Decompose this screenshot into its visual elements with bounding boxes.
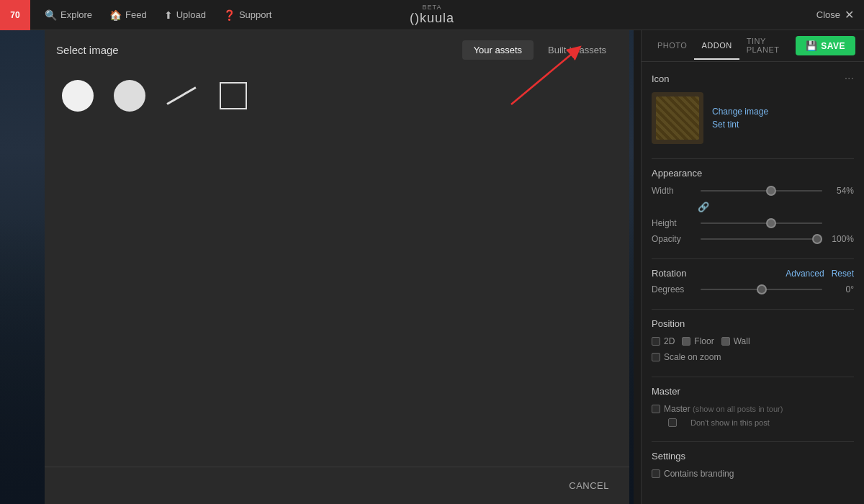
opacity-slider[interactable] bbox=[701, 238, 822, 240]
rotation-links: Advanced Reset bbox=[786, 269, 854, 279]
asset-circle-outline[interactable] bbox=[108, 74, 151, 117]
asset-diagonal-line[interactable] bbox=[160, 74, 203, 117]
cancel-button[interactable]: CANCEL bbox=[560, 476, 618, 495]
height-slider[interactable] bbox=[701, 222, 822, 224]
icon-section-header: Icon ··· bbox=[652, 72, 854, 85]
divider-1 bbox=[652, 158, 854, 159]
wall-checkbox[interactable] bbox=[721, 337, 730, 346]
square-outline-icon bbox=[220, 82, 247, 109]
position-options-row: 2D Floor Wall bbox=[652, 336, 854, 346]
master-checkbox[interactable] bbox=[652, 405, 660, 413]
panel-tabs: PHOTO ADDON TINY PLANET 💾 SAVE bbox=[642, 30, 864, 62]
master-section: Master Master (show on all posts in tour… bbox=[652, 386, 854, 427]
appearance-section-header: Appearance bbox=[652, 168, 854, 179]
divider-5 bbox=[652, 441, 854, 442]
panel-body: Icon ··· Change image Set tint Appearanc… bbox=[642, 62, 864, 503]
rotation-section: Rotation Advanced Reset Degrees 0° bbox=[652, 268, 854, 294]
upload-icon: ⬆ bbox=[164, 9, 173, 21]
nav-support[interactable]: ❓ Support bbox=[216, 6, 279, 24]
divider-4 bbox=[652, 377, 854, 377]
height-row: Height bbox=[652, 218, 854, 228]
2d-label: 2D bbox=[664, 336, 675, 346]
wall-label: Wall bbox=[734, 336, 750, 346]
select-image-modal: Select image Your assets Built-in assets bbox=[45, 30, 629, 504]
appearance-section: Appearance Width 54% 🔗 Height bbox=[652, 168, 854, 244]
degrees-label: Degrees bbox=[652, 284, 695, 294]
degrees-value: 0° bbox=[828, 284, 854, 294]
icon-thumbnail bbox=[652, 92, 703, 144]
dont-show-checkbox[interactable] bbox=[668, 418, 677, 427]
circle-filled-icon bbox=[62, 80, 94, 112]
close-button[interactable]: Close ✕ bbox=[806, 5, 864, 24]
assets-row bbox=[56, 71, 618, 120]
dont-show-row: Don't show in this post bbox=[652, 418, 854, 427]
tab-your-assets[interactable]: Your assets bbox=[462, 40, 534, 60]
settings-section: Settings Contains branding bbox=[652, 451, 854, 479]
width-label: Width bbox=[652, 186, 695, 196]
master-header: Master bbox=[652, 386, 854, 397]
position-header: Position bbox=[652, 318, 854, 329]
reset-link[interactable]: Reset bbox=[832, 269, 854, 279]
top-navigation: 70 🔍 Explore 🏠 Feed ⬆ Upload ❓ Support B… bbox=[0, 0, 864, 30]
master-label: Master (show on all posts in tour) bbox=[664, 404, 783, 414]
explore-icon: 🔍 bbox=[45, 9, 57, 21]
tab-photo[interactable]: PHOTO bbox=[650, 32, 694, 60]
floor-checkbox[interactable] bbox=[682, 337, 690, 346]
asset-circle-filled[interactable] bbox=[56, 74, 99, 117]
appearance-title: Appearance bbox=[652, 168, 702, 179]
master-title: Master bbox=[652, 386, 680, 397]
opacity-thumb bbox=[812, 234, 822, 244]
opacity-row: Opacity 100% bbox=[652, 234, 854, 244]
save-icon: 💾 bbox=[806, 40, 818, 51]
divider-3 bbox=[652, 309, 854, 310]
save-button[interactable]: 💾 SAVE bbox=[796, 36, 855, 55]
floor-label: Floor bbox=[694, 336, 714, 346]
opacity-value: 100% bbox=[828, 234, 854, 244]
icon-thumbnail-inner bbox=[656, 96, 699, 140]
modal-empty-area bbox=[56, 120, 618, 455]
branding-checkbox[interactable] bbox=[652, 469, 660, 478]
wall-option[interactable]: Wall bbox=[721, 336, 750, 346]
master-row: Master (show on all posts in tour) bbox=[652, 404, 854, 414]
set-tint-link[interactable]: Set tint bbox=[712, 120, 768, 130]
feed-icon: 🏠 bbox=[109, 9, 122, 21]
nav-explore[interactable]: 🔍 Explore bbox=[37, 6, 99, 24]
icon-actions: Change image Set tint bbox=[712, 107, 768, 130]
rotation-slider[interactable] bbox=[701, 289, 822, 290]
diagonal-line-icon bbox=[166, 80, 197, 112]
right-panel: PHOTO ADDON TINY PLANET 💾 SAVE Icon ··· … bbox=[641, 30, 864, 504]
icon-section: Icon ··· Change image Set tint bbox=[652, 72, 854, 144]
nav-items: 🔍 Explore 🏠 Feed ⬆ Upload ❓ Support bbox=[30, 6, 286, 24]
degrees-row: Degrees 0° bbox=[652, 284, 854, 294]
nav-feed[interactable]: 🏠 Feed bbox=[102, 6, 154, 24]
2d-checkbox[interactable] bbox=[652, 337, 660, 346]
width-slider[interactable] bbox=[701, 190, 822, 192]
tab-addon[interactable]: ADDON bbox=[694, 32, 739, 60]
modal-tabs: Your assets Built-in assets bbox=[462, 40, 618, 60]
tab-tiny-planet[interactable]: TINY PLANET bbox=[739, 30, 796, 64]
tab-built-in-assets[interactable]: Built-in assets bbox=[536, 40, 618, 60]
asset-square-outline[interactable] bbox=[212, 74, 255, 117]
modal-header: Select image Your assets Built-in assets bbox=[45, 30, 629, 60]
scale-row: Scale on zoom bbox=[652, 352, 854, 362]
opacity-label: Opacity bbox=[652, 234, 695, 244]
link-icon: 🔗 bbox=[698, 202, 709, 212]
close-icon: ✕ bbox=[845, 8, 854, 22]
advanced-link[interactable]: Advanced bbox=[786, 269, 824, 279]
divider-2 bbox=[652, 258, 854, 259]
height-thumb bbox=[766, 218, 776, 228]
2d-option[interactable]: 2D bbox=[652, 336, 675, 346]
more-options-icon[interactable]: ··· bbox=[845, 72, 854, 85]
scale-checkbox[interactable] bbox=[652, 353, 660, 361]
nav-upload[interactable]: ⬆ Upload bbox=[157, 6, 213, 24]
brand-center: BETA ()kuula bbox=[410, 4, 454, 26]
app-logo[interactable]: 70 bbox=[0, 0, 30, 30]
support-icon: ❓ bbox=[223, 9, 235, 21]
change-image-link[interactable]: Change image bbox=[712, 107, 768, 117]
modal-title: Select image bbox=[56, 44, 119, 56]
floor-option[interactable]: Floor bbox=[682, 336, 714, 346]
rotation-thumb bbox=[757, 284, 767, 294]
width-row: Width 54% bbox=[652, 186, 854, 196]
settings-title: Settings bbox=[652, 451, 685, 462]
position-section: Position 2D Floor Wall Scale on zoom bbox=[652, 318, 854, 362]
